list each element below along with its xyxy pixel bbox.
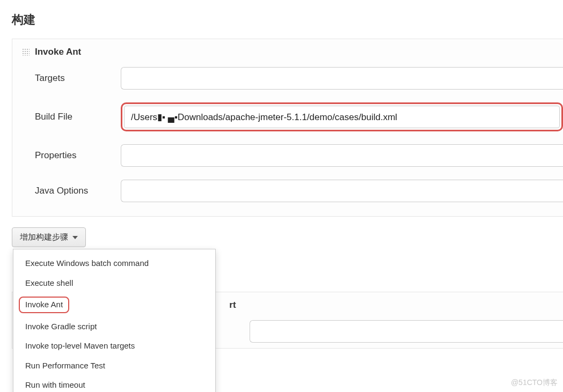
menu-item-run-timeout[interactable]: Run with timeout bbox=[13, 375, 215, 392]
post-build-step-title-visible: rt bbox=[229, 300, 236, 310]
menu-item-exec-windows-batch[interactable]: Execute Windows batch command bbox=[13, 254, 215, 273]
build-file-highlight bbox=[121, 102, 563, 131]
add-build-step-menu: Execute Windows batch command Execute sh… bbox=[13, 249, 216, 392]
watermark: @51CTO博客 bbox=[511, 378, 558, 388]
post-build-input[interactable] bbox=[250, 320, 563, 343]
properties-input[interactable] bbox=[121, 144, 563, 167]
menu-item-invoke-ant[interactable]: Invoke Ant bbox=[13, 293, 215, 317]
add-build-step-button[interactable]: 增加构建步骤 bbox=[12, 227, 86, 247]
menu-item-invoke-gradle[interactable]: Invoke Gradle script bbox=[13, 317, 215, 337]
section-title: 构建 bbox=[0, 0, 563, 39]
build-file-label: Build File bbox=[35, 112, 121, 122]
properties-row: Properties bbox=[12, 138, 563, 173]
build-file-row: Build File bbox=[12, 96, 563, 138]
java-options-label: Java Options bbox=[35, 186, 121, 196]
targets-label: Targets bbox=[35, 73, 121, 84]
menu-item-invoke-maven[interactable]: Invoke top-level Maven targets bbox=[13, 336, 215, 356]
targets-input[interactable] bbox=[121, 67, 563, 90]
add-build-step-label: 增加构建步骤 bbox=[20, 232, 68, 242]
java-options-row: Java Options bbox=[12, 173, 563, 216]
caret-down-icon bbox=[72, 236, 78, 239]
java-options-input[interactable] bbox=[121, 180, 563, 202]
build-file-input[interactable] bbox=[124, 106, 560, 128]
properties-label: Properties bbox=[35, 150, 121, 161]
menu-item-exec-shell[interactable]: Execute shell bbox=[13, 273, 215, 293]
menu-item-invoke-ant-highlight: Invoke Ant bbox=[19, 297, 69, 313]
menu-item-run-perf-test[interactable]: Run Performance Test bbox=[13, 356, 215, 376]
targets-row: Targets bbox=[12, 61, 563, 96]
drag-handle-icon[interactable] bbox=[22, 48, 30, 56]
invoke-ant-step: Invoke Ant Targets Build File Properties… bbox=[12, 39, 563, 217]
step-title: Invoke Ant bbox=[35, 47, 81, 57]
